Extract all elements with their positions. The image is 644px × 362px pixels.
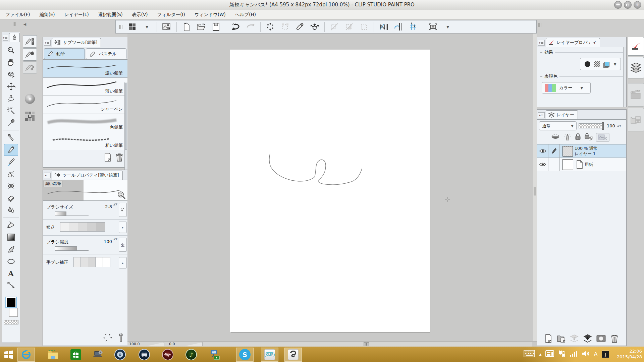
delete-subtool-button[interactable] [115,153,123,163]
tray-volume[interactable] [582,350,590,358]
eyedropper-tool[interactable] [4,117,18,129]
taskbar-media-server-app[interactable] [205,348,223,362]
deselect-button[interactable] [265,22,275,32]
tab-pencil-group[interactable]: 鉛筆 [44,48,85,59]
brush-size-dynamics-button[interactable] [119,203,127,217]
rotate-canvas-button-disabled[interactable] [329,22,339,32]
brush-tool[interactable] [4,156,18,168]
layer-row-layer1[interactable]: 100 % 通常 レイヤー 1 [537,144,626,158]
undo-button[interactable] [231,22,241,32]
canvas-page[interactable] [230,50,430,332]
text-tool[interactable]: A [4,267,18,280]
create-subtool-button[interactable] [104,153,111,163]
subtool-item-mechanical-pencil[interactable]: シャーペン [43,96,127,114]
figure-tool[interactable] [4,243,18,255]
brush-preview[interactable]: 濃い鉛筆 [43,180,127,201]
brush-size-spinner[interactable]: ▲▼ [113,203,117,205]
command-bar-overflow-dropdown[interactable]: ▼ [443,22,453,32]
subtool-item-dark-pencil[interactable]: 濃い鉛筆 [43,60,127,78]
clip-studio-home-button[interactable] [127,22,137,32]
tray-power[interactable] [558,350,566,359]
opacity-spinner[interactable]: ▲▼ [617,125,621,127]
density-influence-button[interactable] [119,238,127,252]
taskbar-clip-studio[interactable]: CLIP [261,348,278,362]
taskbar-internet-explorer[interactable] [17,348,35,362]
auto-select-tool[interactable] [4,105,18,117]
snap-to-grid-button[interactable] [408,22,418,32]
density-slider[interactable] [55,246,89,251]
tab-pastel-group[interactable]: パステル [86,48,127,59]
subtool-item-light-pencil[interactable]: 薄い鉛筆 [43,78,127,96]
layer-mask-button[interactable] [596,335,606,344]
layer-color-effect-button[interactable] [604,62,609,67]
collapse-left-dock-button[interactable]: ◀ [21,21,28,27]
material-dock-tab[interactable] [628,108,644,131]
menu-edit[interactable]: 編集(E) [40,12,55,18]
menu-view[interactable]: 表示(V) [132,12,148,18]
taskbar-audio-app[interactable] [159,348,176,362]
advanced-settings-button[interactable] [117,333,125,344]
draft-layer-button[interactable] [596,133,609,142]
paper-thumbnail[interactable] [562,159,573,170]
color-wheel-palette-tab[interactable] [25,94,35,104]
reference-layer-button[interactable] [564,133,572,142]
reselect-button[interactable] [280,22,290,32]
hand-tool[interactable] [4,56,18,68]
taskbar-disc-app[interactable] [111,348,129,362]
merge-down-button[interactable] [583,334,592,344]
layer-dock-tab[interactable] [628,57,644,78]
decoration-tool[interactable] [4,180,18,192]
ime-language-button[interactable]: J [602,351,609,358]
new-folder-button[interactable] [557,335,566,344]
reset-tool-button[interactable] [103,333,112,343]
tone-effect-button[interactable] [594,61,600,67]
layer-panel-menu-button[interactable]: ▸ [538,112,545,118]
menu-layer[interactable]: レイヤー(L) [64,12,89,18]
taskbar-file-explorer[interactable] [44,348,62,362]
taskbar-clock[interactable]: 22:06 2015/04/28 [613,349,642,360]
lock-layer-button[interactable] [575,133,581,142]
layer1-thumbnail[interactable] [562,146,573,157]
layer-property-dock-tab[interactable] [628,37,644,56]
foreground-color-chip[interactable] [6,297,16,307]
tool-property-palette-tab[interactable] [23,48,37,61]
snap-to-ruler-button[interactable] [379,22,389,32]
canvas-rotation-slider[interactable] [184,342,203,346]
stabilization-level-buttons[interactable] [73,257,110,267]
operation-tool[interactable] [4,68,18,80]
delete-layer-button[interactable] [610,334,619,344]
taskbar-skype[interactable]: S [236,348,254,362]
frame-border-tool[interactable] [4,255,18,267]
new-canvas-button[interactable] [181,22,192,32]
transparent-color-chip[interactable] [4,320,18,324]
hardness-expand-button[interactable]: ▸ [119,222,127,233]
snap-to-special-ruler-button[interactable] [393,22,404,32]
hardness-level-buttons[interactable] [60,222,105,232]
open-file-button[interactable] [196,22,206,32]
touch-keyboard-button[interactable] [524,350,535,359]
brush-size-palette-tab[interactable] [23,61,37,74]
menu-window[interactable]: ウィンドウ(W) [195,12,226,18]
invert-selection-button[interactable] [310,22,320,32]
material-palette-button[interactable] [428,22,438,32]
fill-tool[interactable] [4,219,18,231]
right-dock-grip[interactable] [538,23,541,27]
stabilization-expand-button[interactable]: ▸ [119,257,127,268]
subtool-panel-tab[interactable]: サブツール[鉛筆] [52,38,101,47]
brush-size-value[interactable]: 2.8 [105,204,112,209]
flip-canvas-button-disabled[interactable] [344,22,354,32]
new-layer-button[interactable] [545,334,552,344]
menu-help[interactable]: ヘルプ(H) [235,12,256,18]
move-layer-tool[interactable] [4,80,18,93]
tray-network[interactable] [570,350,578,358]
tray-action-center[interactable] [545,350,554,358]
subtool-list-scrollbar[interactable] [124,82,127,173]
clip-to-layer-button[interactable] [550,133,560,142]
tool-property-tab[interactable]: ツールプロパティ[濃い鉛筆] [52,171,123,180]
zoom-tool[interactable] [4,44,18,56]
taskbar-music-app[interactable]: ♪ [182,348,200,362]
timeline-dock-tab[interactable] [628,83,644,107]
save-button[interactable] [211,22,221,32]
color-set-palette-tab[interactable] [25,111,35,123]
pen-tool[interactable] [4,132,18,144]
